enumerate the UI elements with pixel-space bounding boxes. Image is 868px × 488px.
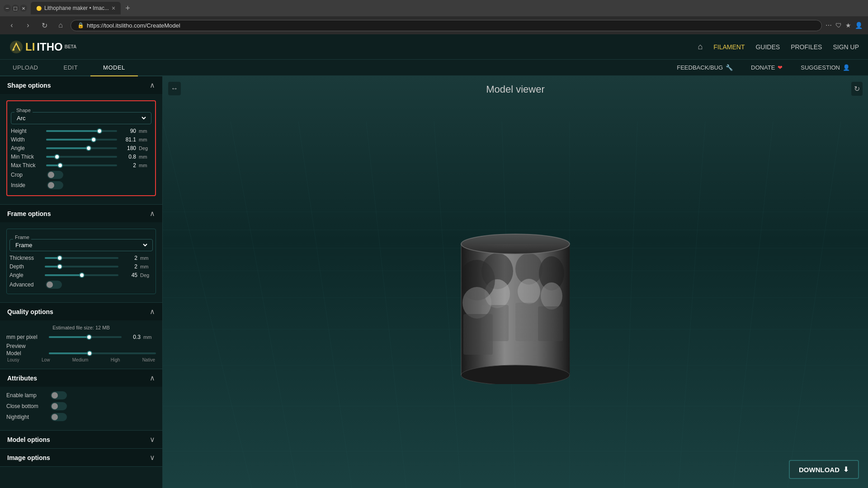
image-options-header[interactable]: Image options ∨ [0, 449, 162, 466]
min-thick-unit: mm [139, 154, 151, 160]
download-label: DOWNLOAD [799, 466, 840, 474]
scale-high: High [111, 357, 120, 362]
forward-button[interactable]: › [22, 19, 34, 32]
quality-options-toggle[interactable]: ∧ [150, 307, 155, 316]
image-options-toggle[interactable]: ∨ [150, 453, 155, 462]
close-btn[interactable]: × [20, 5, 27, 12]
profile-icon[interactable]: 👤 [855, 22, 863, 29]
inside-toggle[interactable] [47, 181, 63, 189]
attributes-toggle[interactable]: ∧ [150, 374, 155, 382]
height-value: 90 [120, 128, 136, 134]
home-nav-icon[interactable]: ⌂ [698, 42, 703, 52]
model-options-toggle[interactable]: ∨ [150, 435, 155, 444]
star-icon[interactable]: ★ [845, 22, 851, 29]
frame-options-toggle[interactable]: ∧ [150, 209, 155, 218]
quality-options-content: Estimated file size: 12 MB mm per pixel … [0, 320, 162, 369]
wrench-icon: 🔧 [726, 64, 733, 71]
tab-close-icon[interactable]: × [112, 5, 115, 12]
frame-angle-label: Angle [9, 272, 42, 278]
quality-options-header[interactable]: Quality options ∧ [0, 303, 162, 320]
frame-depth-slider[interactable] [45, 266, 118, 267]
svg-line-12 [231, 122, 298, 488]
advanced-label: Advanced [9, 282, 42, 288]
home-button[interactable]: ⌂ [54, 19, 67, 32]
nav-guides[interactable]: GUIDES [755, 43, 780, 51]
height-slider[interactable] [46, 130, 117, 132]
nav-signup[interactable]: SIGN UP [833, 43, 859, 51]
width-fill [46, 139, 94, 141]
feedback-label: FEEDBACK/BUG [677, 64, 723, 71]
mm-per-pixel-slider[interactable] [49, 336, 122, 338]
tab-model[interactable]: MODEL [90, 60, 138, 76]
svg-line-20 [732, 122, 773, 488]
maximize-btn[interactable]: □ [12, 5, 19, 12]
viewer-refresh-icon[interactable]: ↻ [851, 82, 863, 96]
width-thumb[interactable] [91, 137, 96, 142]
enable-lamp-toggle[interactable] [51, 391, 67, 399]
model-3d[interactable] [452, 230, 579, 375]
advanced-toggle[interactable] [46, 281, 62, 289]
width-slider[interactable] [46, 139, 117, 141]
nightlight-label: Nightlight [6, 414, 47, 420]
max-thick-slider[interactable] [46, 164, 117, 166]
minimize-btn[interactable]: − [4, 5, 11, 12]
nav-profiles[interactable]: PROFILES [791, 43, 822, 51]
browser-controls: ‹ › ↻ ⌂ 🔒 https://tool.itslitho.com/Crea… [0, 16, 868, 34]
angle-thumb[interactable] [86, 145, 91, 151]
reload-button[interactable]: ↻ [38, 19, 51, 32]
angle-fill [46, 147, 89, 149]
extensions-icon[interactable]: ⋯ [826, 22, 832, 29]
attributes-title: Attributes [7, 375, 37, 382]
shape-options-toggle[interactable]: ∧ [150, 81, 155, 89]
frame-angle-slider[interactable] [45, 274, 118, 276]
nav-filament[interactable]: FILAMENT [713, 43, 745, 51]
tab-upload[interactable]: UPLOAD [0, 60, 51, 76]
angle-slider[interactable] [46, 147, 117, 149]
svg-line-11 [163, 122, 253, 488]
inside-label: Inside [11, 182, 43, 188]
shield-icon[interactable]: 🛡 [835, 22, 842, 29]
frame-depth-thumb[interactable] [57, 264, 62, 269]
lock-icon: 🔒 [77, 22, 84, 28]
inside-toggle-knob [48, 182, 54, 188]
viewer-controls-icon[interactable]: ↔ [168, 82, 181, 95]
model-quality-slider[interactable] [49, 352, 156, 354]
svg-line-14 [366, 122, 407, 488]
shape-select[interactable]: Arc Flat Cylinder Sphere Torus [15, 114, 147, 122]
enable-lamp-row: Enable lamp [6, 391, 156, 399]
new-tab-button[interactable]: + [123, 4, 133, 13]
mm-per-pixel-thumb[interactable] [86, 334, 92, 340]
close-bottom-toggle[interactable] [51, 402, 67, 410]
nightlight-toggle[interactable] [51, 413, 67, 421]
mm-per-pixel-fill [49, 336, 89, 338]
svg-rect-36 [461, 244, 570, 375]
suggestion-nav[interactable]: SUGGESTION 👤 [801, 64, 850, 71]
attributes-header[interactable]: Attributes ∧ [0, 369, 162, 387]
crop-toggle[interactable] [47, 171, 63, 179]
frame-angle-fill [45, 274, 82, 276]
angle-value: 180 [120, 145, 136, 151]
frame-select[interactable]: Frame None Hanging [14, 241, 149, 249]
shape-options-header[interactable]: Shape options ∧ [0, 76, 162, 94]
back-button[interactable]: ‹ [5, 19, 18, 32]
shape-options-title: Shape options [7, 82, 51, 89]
model-label: Model [6, 350, 46, 357]
model-options-header[interactable]: Model options ∨ [0, 431, 162, 448]
feedback-nav[interactable]: FEEDBACK/BUG 🔧 [677, 64, 733, 71]
donate-nav[interactable]: DONATE ❤ [751, 64, 783, 71]
frame-thickness-slider[interactable] [45, 257, 118, 259]
address-bar[interactable]: 🔒 https://tool.itslitho.com/CreateModel [71, 20, 822, 31]
frame-options-header[interactable]: Frame options ∧ [0, 205, 162, 222]
max-thick-label: Max Thick [11, 162, 43, 169]
min-thick-thumb[interactable] [54, 154, 60, 160]
browser-tab-active[interactable]: 🟡 Lithophane maker • Imac... × [31, 2, 121, 14]
download-button[interactable]: DOWNLOAD ⬇ [789, 460, 859, 479]
max-thick-thumb[interactable] [57, 163, 63, 168]
frame-angle-thumb[interactable] [79, 272, 85, 278]
model-viewer: Model viewer ↔ ↻ [163, 76, 868, 488]
height-thumb[interactable] [97, 128, 102, 134]
frame-thickness-thumb[interactable] [57, 255, 62, 261]
tab-edit[interactable]: EDIT [51, 60, 90, 76]
model-quality-thumb[interactable] [87, 351, 92, 356]
min-thick-slider[interactable] [46, 156, 117, 158]
